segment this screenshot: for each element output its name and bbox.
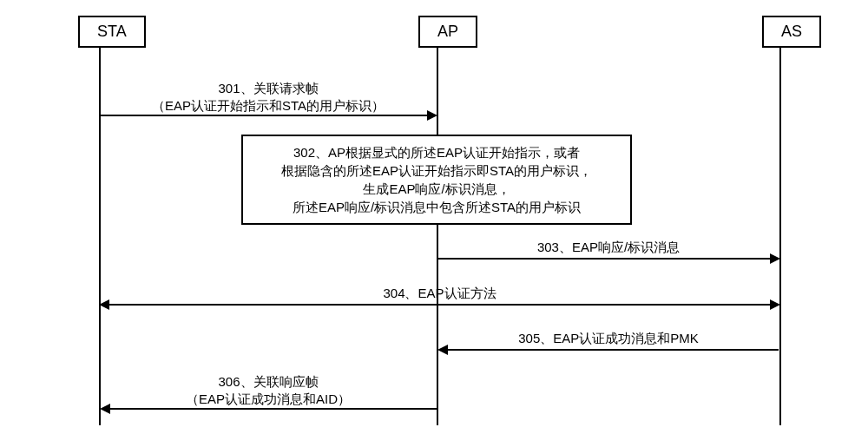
arrow-303 — [438, 258, 779, 260]
process-302-line1: 302、AP根据显式的所述EAP认证开始指示，或者 — [252, 143, 621, 161]
lifeline-ap — [437, 47, 438, 425]
msg-301-label: 301、关联请求帧 （EAP认证开始指示和STA的用户标识） — [100, 80, 437, 114]
process-302-line2: 根据隐含的所述EAP认证开始指示即STA的用户标识， — [252, 161, 621, 180]
process-302-line3: 生成EAP响应/标识消息， — [252, 180, 621, 198]
arrow-305 — [439, 349, 779, 351]
msg-303-label: 303、EAP响应/标识消息 — [438, 239, 779, 256]
msg-304-label: 304、EAP认证方法 — [100, 285, 779, 302]
process-302: 302、AP根据显式的所述EAP认证开始指示，或者 根据隐含的所述EAP认证开始… — [241, 135, 632, 225]
msg-306-title: 306、关联响应帧 — [100, 373, 437, 391]
participant-ap: AP — [418, 16, 477, 48]
msg-301-sub: （EAP认证开始指示和STA的用户标识） — [100, 97, 437, 115]
msg-306-label: 306、关联响应帧 （EAP认证成功消息和AID） — [100, 373, 437, 407]
msg-305-label: 305、EAP认证成功消息和PMK — [438, 330, 779, 347]
participant-sta: STA — [78, 16, 146, 48]
participant-as: AS — [762, 16, 821, 48]
process-302-line4: 所述EAP响应/标识消息中包含所述STA的用户标识 — [252, 198, 621, 216]
msg-306-sub: （EAP认证成功消息和AID） — [100, 391, 437, 408]
arrow-301 — [100, 115, 436, 116]
arrow-306 — [102, 408, 437, 410]
lifeline-as — [779, 47, 781, 425]
arrow-304 — [101, 304, 779, 306]
msg-301-title: 301、关联请求帧 — [100, 80, 437, 97]
sequence-diagram: STA AP AS 301、关联请求帧 （EAP认证开始指示和STA的用户标识）… — [0, 0, 868, 447]
